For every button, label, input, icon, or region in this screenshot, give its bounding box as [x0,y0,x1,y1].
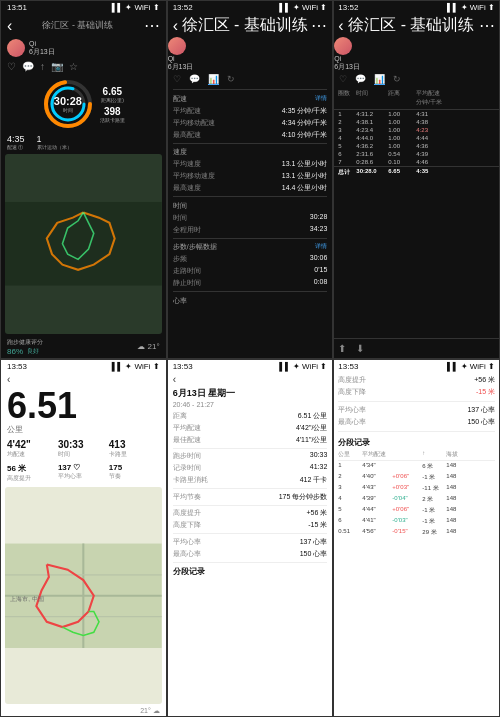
bookmark-icon[interactable]: ☆ [69,61,78,72]
tab-icon-3[interactable]: 📊 [208,74,219,85]
tab-3-1[interactable]: ♡ [339,74,347,85]
signals-1: ▌▌ ✦ WiFi ⬆ [112,3,160,12]
stat-rest-time: 静止时间 0:08 [168,277,333,289]
menu-icon-3[interactable]: ⋯ [479,16,495,35]
stat-boxes: 6.65 距离(公里) 398 活跃卡路里 [100,86,125,123]
lap-section-title-5: 分段记录 [168,564,333,578]
stat-max-speed: 最高速度 14.4 公里/小时 [168,182,333,194]
camera-icon[interactable]: 📷 [51,61,63,72]
elev-up-row: 高度提升 +56 米 [338,374,495,386]
time-3: 13:52 [338,3,358,12]
user-row-1: Qi 6月13日 [1,37,166,59]
divider-2a [173,89,328,90]
title-3: 徐汇区 - 基础训练 [348,15,474,36]
divider-2d [173,238,328,239]
tab-3-2[interactable]: 💬 [355,74,366,85]
stats-trio-extra: 56 米 高度提升 137 ♡ 平均心率 175 节奏 [1,461,166,485]
tab-icon-4[interactable]: ↻ [227,74,235,85]
status-bar-4: 13:53 ▌▌ ✦ WiFi ⬆ [1,360,166,373]
signals-5: ▌▌ ✦ WiFi ⬆ [279,362,327,371]
ring-center: 30:28 时间 [54,95,82,113]
tab-3-3[interactable]: 📊 [374,74,385,85]
score-val: 86% [7,347,23,356]
header-2: ‹ 徐汇区 - 基础训练 ⋯ [168,14,333,37]
steps-val: 1 [37,134,72,144]
divider-6a [338,401,495,402]
detail-rec-time: 记录时间 41:32 [168,462,333,474]
stat-time: 时间 30:28 [168,212,333,224]
panel-dark-stats: 13:51 ▌▌ ✦ WiFi ⬆ ‹ 徐汇区 - 基础训练 ⋯ Qi 6月13… [0,0,167,359]
stat-best-pace: 最高配速 4:10 分钟/千米 [168,129,333,141]
status-bar-6: 13:53 ▌▌ ✦ WiFi ⬆ [334,360,499,373]
avatar-3 [334,37,352,55]
tab-3-4[interactable]: ↻ [393,74,401,85]
panel-big-distance: 13:53 ▌▌ ✦ WiFi ⬆ ‹ 6.51 公里 4'42" 均配速 30… [0,359,167,718]
detail-calories: 卡路里消耗 412 千卡 [168,474,333,486]
panel-lap-details: 13:53 ▌▌ ✦ WiFi ⬆ 高度提升 +56 米 高度下降 -15 米 … [333,359,500,718]
lap-total: 总计 30:28.0 6.65 4:35 [334,166,499,178]
download-icon-3[interactable]: ⬇ [356,343,364,354]
elevation-section: 高度提升 +56 米 高度下降 -15 米 [334,373,499,399]
ring-stats: 30:28 时间 6.65 距离(公里) 398 活跃卡路里 [1,74,166,132]
table-row: 1 4:31.2 1.00 4:31 [334,110,499,118]
time-section: 时间 [168,199,333,212]
back-btn-4[interactable]: ‹ [1,373,166,386]
divider-6b [338,431,495,432]
thumb-icon[interactable]: ♡ [7,61,16,72]
map-4: 上海市, 中国 [5,487,162,705]
panel-detail-stats: 13:53 ▌▌ ✦ WiFi ⬆ ‹ 6月13日 星期一 20:46 - 21… [167,359,334,718]
user-info-2: Qi 6月13日 [168,55,333,72]
time-row-5: 20:46 - 21:27 [168,401,333,410]
lap-section-6-title: 分段记录 [338,435,495,449]
share-icon[interactable]: ↑ [40,61,45,72]
menu-icon-1[interactable]: ⋯ [144,16,160,35]
table-row: 0.51 4'56" -0'15" 29 米 148 [338,527,495,538]
back-icon-2[interactable]: ‹ [173,17,178,35]
icon-tabs-3: ♡ 💬 📊 ↻ [334,72,499,87]
divider-5c [173,505,328,506]
lap-table-header: 圈数 时间 距离 平均配速分钟/千米 [334,87,499,110]
lap-table: 圈数 时间 距离 平均配速分钟/千米 1 4:31.2 1.00 4:31 2 … [334,87,499,178]
stat-avg-speed: 平均速度 13.1 公里/小时 [168,158,333,170]
calories-box: 398 活跃卡路里 [100,106,125,123]
comment-icon[interactable]: 💬 [22,61,34,72]
table-row: 2 4:38.1 1.00 4:38 [334,118,499,126]
status-bar-3: 13:52 ▌▌ ✦ WiFi ⬆ [334,1,499,14]
divider-5a [173,448,328,449]
divider-2b [173,143,328,144]
divider-5b [173,488,328,489]
main-time-val: 30:28 [54,95,82,107]
stat-avg-pace: 平均配速 4:35 分钟/千米 [168,105,333,117]
ring-wrapper: 30:28 时间 [42,78,94,130]
score-label: 跑步健康评分 [7,338,43,347]
pace-item: 4:35 配速 ① [7,134,25,150]
time-6: 13:53 [338,362,358,371]
trio-time: 30:33 时间 [58,439,109,459]
signals-6: ▌▌ ✦ WiFi ⬆ [447,362,495,371]
lap-section-6: 分段记录 公里 平均配速 ↑ 海拔 1 4'34" 6 米 148 2 4'40… [334,434,499,539]
table-row: 7 0:28.6 0.10 4:46 [334,158,499,166]
tab-icon-1[interactable]: ♡ [173,74,181,85]
divider-2c [173,196,328,197]
menu-icon-2[interactable]: ⋯ [311,16,327,35]
user-info-3: Qi 6月13日 [334,55,499,72]
table-row: 4 4:44.0 1.00 4:44 [334,134,499,142]
hr-section: 心率 [168,294,333,307]
tab-icon-2[interactable]: 💬 [189,74,200,85]
share-icon-3[interactable]: ⬆ [338,343,346,354]
pace-val: 4:35 [7,134,25,144]
distance-val: 6.65 [100,86,125,97]
main-time-lbl: 时间 [54,107,82,113]
time-4: 13:53 [7,362,27,371]
back-btn-5[interactable]: ‹ [168,373,333,386]
lap6-header: 公里 平均配速 ↑ 海拔 [338,449,495,461]
stat-move-speed: 平均移动速度 13.1 公里/小时 [168,170,333,182]
signals-3: ▌▌ ✦ WiFi ⬆ [447,3,495,12]
status-bar-1: 13:51 ▌▌ ✦ WiFi ⬆ [1,1,166,14]
detail-run-time: 跑步时间 30:33 [168,450,333,462]
status-bar-5: 13:53 ▌▌ ✦ WiFi ⬆ [168,360,333,373]
svg-text:上海市, 中国: 上海市, 中国 [10,594,43,601]
back-icon-3[interactable]: ‹ [338,17,343,35]
calories-val: 398 [100,106,125,117]
distance-lbl: 距离(公里) [100,97,125,103]
